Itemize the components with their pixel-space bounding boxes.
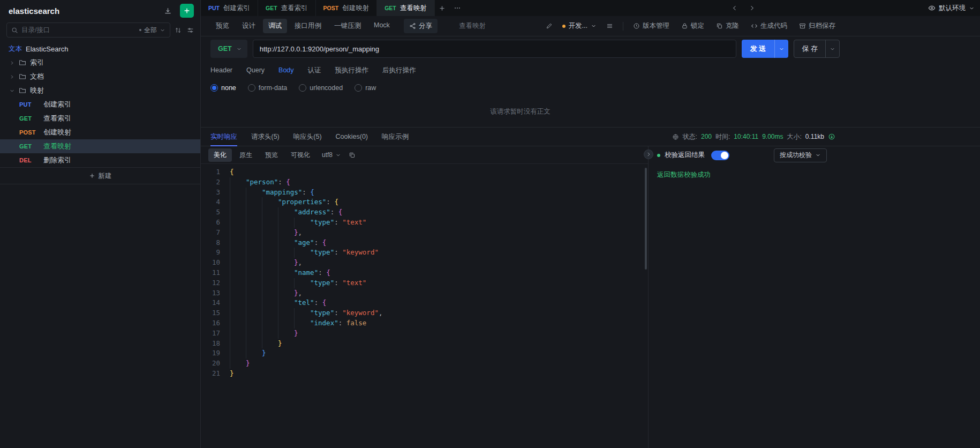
folder-name: 映射 bbox=[30, 86, 44, 95]
code-line: 11"name": { bbox=[201, 268, 648, 278]
token: "type" bbox=[310, 218, 334, 228]
menu-icon[interactable] bbox=[606, 23, 613, 29]
line-content: } bbox=[230, 359, 250, 369]
indent-guide bbox=[278, 298, 294, 308]
code-icon bbox=[751, 23, 758, 29]
section-tab-Header[interactable]: Header bbox=[210, 66, 232, 74]
share-button[interactable]: 分享 bbox=[404, 19, 438, 33]
section-tab-Query[interactable]: Query bbox=[246, 66, 265, 74]
token: { bbox=[338, 207, 343, 218]
indent-guide bbox=[246, 207, 262, 218]
save-button[interactable]: 保 存 bbox=[794, 40, 840, 58]
code-line: 8"age": { bbox=[201, 238, 648, 248]
edit-doc-icon[interactable] bbox=[546, 23, 553, 29]
tree-request-row[interactable]: GET查看映射 bbox=[0, 139, 200, 153]
code-line: 14"tel": { bbox=[201, 298, 648, 308]
line-content: "name": { bbox=[230, 268, 330, 278]
request-tab[interactable]: GET查看索引 bbox=[258, 0, 316, 16]
action-archive[interactable]: 归档保存 bbox=[799, 21, 835, 31]
line-number: 19 bbox=[201, 348, 220, 359]
forward-icon[interactable] bbox=[744, 5, 759, 11]
action-lock[interactable]: 锁定 bbox=[681, 21, 704, 31]
send-options-icon[interactable] bbox=[774, 40, 788, 58]
section-tab-认证[interactable]: 认证 bbox=[308, 66, 321, 75]
tree-folder-row[interactable]: 索引 bbox=[0, 56, 200, 70]
environment-selector[interactable]: 默认环境 bbox=[923, 0, 980, 16]
mode-tab-一键压测[interactable]: 一键压测 bbox=[329, 19, 366, 33]
code-scrollbar[interactable] bbox=[645, 168, 647, 270]
indent-guide bbox=[230, 278, 246, 288]
response-tab[interactable]: 响应示例 bbox=[382, 128, 409, 146]
request-tab[interactable]: GET查看映射 bbox=[377, 0, 435, 16]
validation-toggle[interactable] bbox=[711, 151, 729, 160]
section-tab-预执行操作[interactable]: 预执行操作 bbox=[335, 66, 369, 75]
response-tab[interactable]: Cookies(0) bbox=[336, 128, 368, 146]
viewer-tab-预览[interactable]: 预览 bbox=[260, 148, 283, 162]
token: : bbox=[334, 278, 342, 288]
response-code[interactable]: 1{2"person": {3"mappings": {4"properties… bbox=[201, 164, 648, 448]
panel-collapse-button[interactable] bbox=[644, 150, 653, 159]
body-type-none[interactable]: none bbox=[210, 84, 236, 92]
scope-filter[interactable]: 全部 bbox=[139, 26, 165, 35]
request-tab[interactable]: PUT创建索引 bbox=[201, 0, 258, 16]
request-tab[interactable]: POST创建映射 bbox=[316, 0, 378, 16]
mode-tab-Mock[interactable]: Mock bbox=[368, 19, 395, 33]
save-options-icon[interactable] bbox=[825, 40, 839, 57]
import-button[interactable] bbox=[161, 4, 175, 18]
download-response-icon[interactable] bbox=[828, 133, 835, 140]
action-clone[interactable]: 克隆 bbox=[716, 21, 739, 31]
section-tab-后执行操作[interactable]: 后执行操作 bbox=[382, 66, 416, 75]
body-type-form-data[interactable]: form-data bbox=[248, 84, 288, 92]
request-url-input[interactable] bbox=[253, 40, 736, 58]
mode-tab-预览[interactable]: 预览 bbox=[210, 19, 235, 33]
line-number: 1 bbox=[201, 167, 220, 177]
indent-guide bbox=[278, 328, 294, 339]
mode-tab-设计[interactable]: 设计 bbox=[237, 19, 261, 33]
sort-icon[interactable] bbox=[175, 27, 182, 34]
service-env-selector[interactable]: 开发... bbox=[562, 21, 597, 31]
validation-mode-label: 按成功校验 bbox=[780, 151, 812, 160]
tree-folder-row[interactable]: 文档 bbox=[0, 70, 200, 84]
indent-guide bbox=[294, 248, 310, 258]
chevron-down-icon bbox=[969, 5, 975, 11]
section-tab-Body[interactable]: Body bbox=[278, 66, 294, 74]
method-select[interactable]: GET bbox=[210, 40, 247, 58]
response-tab[interactable]: 实时响应 bbox=[210, 128, 237, 146]
body-type-raw[interactable]: raw bbox=[355, 84, 376, 92]
tree-request-row[interactable]: DEL删除索引 bbox=[0, 153, 200, 167]
indent-guide bbox=[262, 328, 278, 339]
tree-request-row[interactable]: PUT创建索引 bbox=[0, 98, 200, 111]
viewer-tab-原生[interactable]: 原生 bbox=[234, 148, 258, 162]
tab-more-button[interactable] bbox=[450, 0, 465, 16]
new-item-button[interactable]: 新建 bbox=[0, 167, 200, 184]
scope-label: 全部 bbox=[144, 26, 157, 35]
tree-folder-row[interactable]: 映射 bbox=[0, 84, 200, 98]
display-settings-icon[interactable] bbox=[187, 27, 194, 34]
viewer-tab-美化[interactable]: 美化 bbox=[208, 148, 232, 162]
response-tab[interactable]: 请求头(5) bbox=[251, 128, 280, 146]
indent-guide bbox=[262, 258, 278, 268]
back-icon[interactable] bbox=[727, 5, 742, 11]
action-code[interactable]: 生成代码 bbox=[751, 21, 787, 31]
send-button[interactable]: 发 送 bbox=[742, 40, 789, 58]
validation-label: 校验返回结果 bbox=[665, 151, 705, 160]
dev-label: 开发... bbox=[569, 21, 587, 31]
response-tab[interactable]: 响应头(5) bbox=[293, 128, 322, 146]
viewer-tab-可视化[interactable]: 可视化 bbox=[285, 148, 315, 162]
mode-tab-接口用例[interactable]: 接口用例 bbox=[289, 19, 327, 33]
tree-request-row[interactable]: POST创建映射 bbox=[0, 125, 200, 139]
action-history[interactable]: 版本管理 bbox=[633, 21, 669, 31]
token: } bbox=[246, 359, 250, 369]
mode-tab-调试[interactable]: 调试 bbox=[263, 19, 287, 33]
new-tab-button[interactable] bbox=[435, 0, 450, 16]
copy-icon[interactable] bbox=[349, 152, 356, 159]
encoding-select[interactable]: utf8 bbox=[322, 151, 341, 159]
search-box[interactable]: 全部 bbox=[6, 23, 170, 38]
body-type-urlencoded[interactable]: urlencoded bbox=[299, 84, 343, 92]
validation-mode-select[interactable]: 按成功校验 bbox=[774, 148, 827, 162]
add-button[interactable] bbox=[180, 4, 194, 18]
tree-project-row[interactable]: 文本ElasticSearch bbox=[0, 42, 200, 56]
tree-request-row[interactable]: GET查看索引 bbox=[0, 111, 200, 125]
search-input[interactable] bbox=[21, 26, 136, 34]
token: , bbox=[298, 228, 303, 238]
